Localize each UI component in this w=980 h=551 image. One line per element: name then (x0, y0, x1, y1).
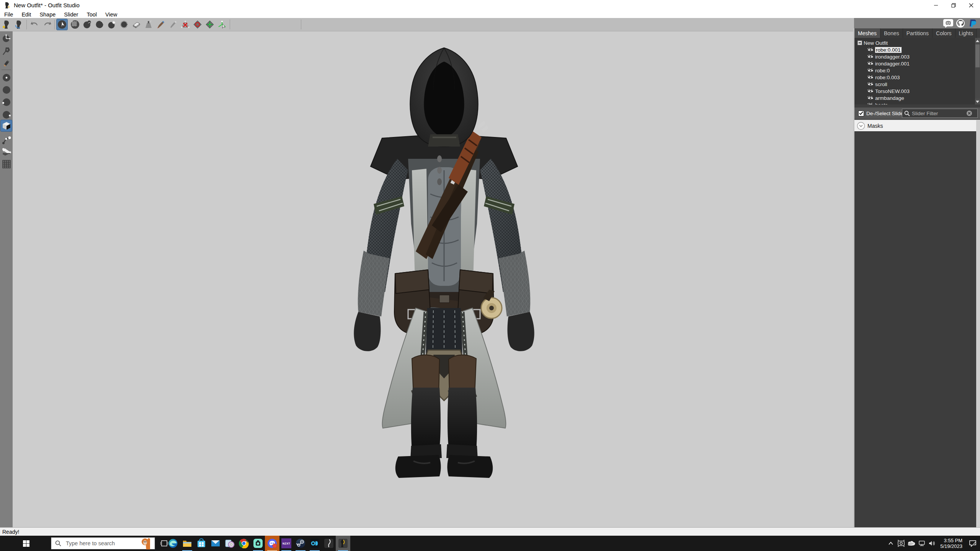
weight-brush-icon[interactable] (143, 19, 154, 30)
mesh-tree-scrollbar[interactable] (975, 38, 980, 104)
action-center-icon[interactable] (965, 536, 980, 551)
grid-icon[interactable] (1, 158, 12, 170)
taskbar-app-edge[interactable] (166, 536, 180, 551)
collapse-icon[interactable] (858, 41, 862, 45)
mesh-item-label[interactable]: robe:0.001 (875, 47, 902, 53)
menu-slider[interactable]: Slider (60, 11, 82, 18)
visibility-eye-icon[interactable] (867, 47, 874, 52)
tab-lights[interactable]: Lights (956, 28, 977, 38)
onedrive-icon[interactable] (907, 539, 916, 548)
scrollbar-thumb[interactable] (975, 44, 980, 67)
collision-brush-icon[interactable] (180, 19, 191, 30)
deflate-brush-icon[interactable] (94, 19, 105, 30)
paypal-icon[interactable] (967, 19, 978, 28)
close-icon[interactable] (962, 0, 980, 11)
tree-root[interactable]: New Outfit (858, 39, 888, 46)
tree-item[interactable]: robe:0.003 (867, 74, 900, 81)
taskbar-app-chrome[interactable] (237, 536, 251, 551)
tab-colors[interactable]: Colors (933, 28, 955, 38)
new-project-icon[interactable] (2, 19, 12, 30)
maximize-icon[interactable] (945, 0, 962, 11)
undo-icon[interactable] (29, 19, 40, 30)
visibility-eye-icon[interactable] (867, 61, 874, 66)
taskbar-app-capture[interactable] (251, 536, 265, 551)
load-project-icon[interactable] (14, 19, 24, 30)
mesh-item-label[interactable]: TorsoNEW.003 (875, 88, 910, 94)
start-button[interactable] (17, 536, 35, 551)
hidden-icons-chevron[interactable] (886, 539, 895, 548)
sphere-solid-icon[interactable] (1, 84, 12, 95)
smooth-brush-icon[interactable] (119, 19, 129, 30)
tree-item[interactable]: TorsoNEW.003 (867, 88, 910, 95)
taskbar-app-steam[interactable] (293, 536, 308, 551)
eraser-brush-icon[interactable] (131, 19, 142, 30)
tree-item[interactable]: armbandage (867, 95, 904, 101)
visibility-eye-icon[interactable] (867, 96, 874, 100)
scroll-down-icon[interactable] (975, 99, 980, 104)
tree-item[interactable]: robe:0 (867, 67, 890, 74)
visibility-eye-icon[interactable] (867, 89, 874, 93)
slider-filter-box[interactable] (902, 109, 978, 118)
mask-brush-icon[interactable] (70, 19, 80, 30)
sphere-right-icon[interactable] (1, 109, 12, 120)
tree-root-label[interactable]: New Outfit (864, 40, 888, 46)
taskbar-app-media-player[interactable] (222, 536, 237, 551)
masks-section-header[interactable]: Masks (854, 120, 980, 131)
tree-item[interactable]: scroll (867, 81, 887, 88)
tray-clock[interactable]: 3:55 PM 5/19/2023 (940, 538, 962, 549)
tab-meshes[interactable]: Meshes (854, 28, 880, 38)
edit-vertex-icon[interactable] (204, 19, 215, 30)
github-icon[interactable] (955, 19, 966, 28)
tree-item[interactable]: irondagger.003 (867, 53, 910, 60)
pose-bone-icon[interactable] (192, 19, 203, 30)
mesh-item-label[interactable]: irondagger.001 (875, 61, 910, 67)
menu-shape[interactable]: Shape (35, 11, 60, 18)
color-brush-icon[interactable] (155, 19, 166, 30)
mesh-item-label[interactable]: boots (875, 102, 888, 105)
inflate-brush-icon[interactable] (82, 19, 93, 30)
taskbar-search[interactable] (51, 537, 155, 549)
tab-partitions[interactable]: Partitions (903, 28, 933, 38)
tree-item[interactable]: robe:0.001 (867, 46, 902, 53)
tab-bones[interactable]: Bones (880, 28, 903, 38)
slider-filter-input[interactable] (912, 111, 965, 116)
taskbar-app-bo[interactable] (307, 536, 322, 551)
discord-icon[interactable] (943, 19, 954, 28)
visibility-eye-icon[interactable] (867, 68, 874, 73)
viewport-3d[interactable] (13, 31, 853, 527)
sliders-scrollbar[interactable] (976, 120, 980, 527)
move-brush-icon[interactable] (106, 19, 117, 30)
network-icon[interactable] (917, 539, 926, 548)
select-brush-icon[interactable] (57, 19, 67, 30)
bones-icon[interactable] (1, 146, 12, 157)
redo-icon[interactable] (42, 19, 53, 30)
taskbar-app-mail[interactable] (208, 536, 223, 551)
scroll-up-icon[interactable] (975, 38, 980, 44)
sphere-left-icon[interactable] (1, 96, 12, 108)
taskbar-app-nzxt-cam[interactable]: NZXT (279, 536, 294, 551)
textured-cube-icon[interactable] (1, 120, 12, 131)
volume-icon[interactable] (928, 539, 937, 548)
menu-edit[interactable]: Edit (17, 11, 35, 18)
menu-tool[interactable]: Tool (82, 11, 101, 18)
alpha-brush-icon[interactable] (168, 19, 178, 30)
rotate-center-icon[interactable] (1, 33, 12, 44)
transform-tool-icon[interactable] (217, 19, 227, 30)
menu-view[interactable]: View (101, 11, 121, 18)
visibility-eye-icon[interactable] (867, 75, 874, 80)
taskbar-app-microsoft-store[interactable] (194, 536, 209, 551)
visibility-eye-icon[interactable] (867, 82, 874, 86)
taskbar-app-file-explorer[interactable] (180, 536, 194, 551)
mesh-item-label[interactable]: irondagger.003 (875, 54, 910, 60)
taskbar-app-bodyslide[interactable] (322, 536, 336, 551)
visibility-eye-icon[interactable] (867, 54, 874, 59)
visibility-eye-icon[interactable] (867, 103, 874, 104)
mesh-item-label[interactable]: robe:0 (875, 68, 890, 73)
menu-file[interactable]: File (0, 11, 17, 18)
sphere-front-icon[interactable] (1, 72, 12, 83)
pencil-icon[interactable] (1, 58, 12, 69)
taskbar-app-discord[interactable] (265, 536, 279, 551)
taskbar-search-input[interactable] (66, 540, 135, 546)
tree-item[interactable]: boots (867, 101, 888, 104)
outfit-3d-model[interactable] (337, 44, 551, 480)
